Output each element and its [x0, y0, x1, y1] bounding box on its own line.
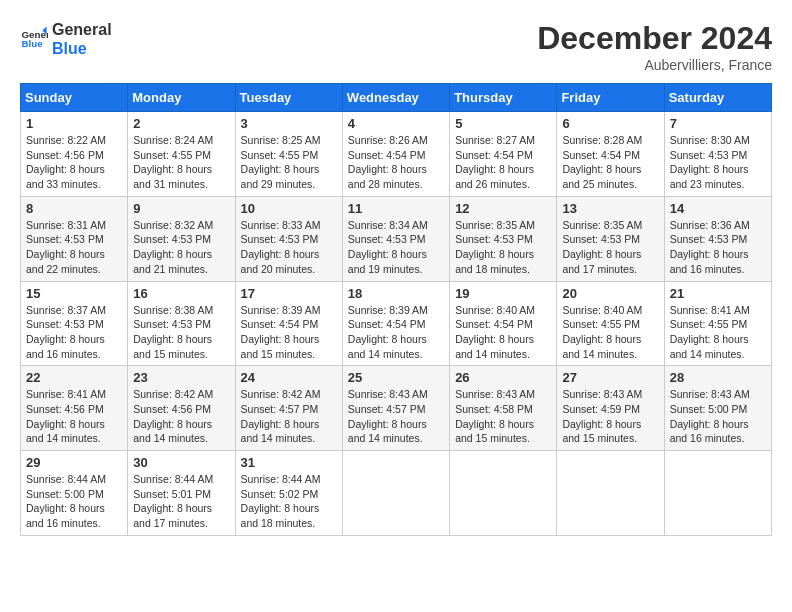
calendar-cell [342, 451, 449, 536]
day-info: Sunrise: 8:44 AMSunset: 5:02 PMDaylight:… [241, 472, 337, 531]
day-number: 16 [133, 286, 229, 301]
day-number: 22 [26, 370, 122, 385]
day-number: 30 [133, 455, 229, 470]
calendar-cell: 16Sunrise: 8:38 AMSunset: 4:53 PMDayligh… [128, 281, 235, 366]
logo-text-general: General [52, 20, 112, 39]
calendar-cell: 23Sunrise: 8:42 AMSunset: 4:56 PMDayligh… [128, 366, 235, 451]
day-number: 19 [455, 286, 551, 301]
calendar-week-row: 29Sunrise: 8:44 AMSunset: 5:00 PMDayligh… [21, 451, 772, 536]
calendar-week-row: 15Sunrise: 8:37 AMSunset: 4:53 PMDayligh… [21, 281, 772, 366]
day-number: 9 [133, 201, 229, 216]
day-info: Sunrise: 8:24 AMSunset: 4:55 PMDaylight:… [133, 133, 229, 192]
calendar-cell: 21Sunrise: 8:41 AMSunset: 4:55 PMDayligh… [664, 281, 771, 366]
calendar-cell: 17Sunrise: 8:39 AMSunset: 4:54 PMDayligh… [235, 281, 342, 366]
day-number: 11 [348, 201, 444, 216]
calendar-cell: 2Sunrise: 8:24 AMSunset: 4:55 PMDaylight… [128, 112, 235, 197]
calendar-cell: 11Sunrise: 8:34 AMSunset: 4:53 PMDayligh… [342, 196, 449, 281]
day-number: 29 [26, 455, 122, 470]
day-number: 17 [241, 286, 337, 301]
calendar-cell [557, 451, 664, 536]
day-number: 4 [348, 116, 444, 131]
day-info: Sunrise: 8:43 AMSunset: 5:00 PMDaylight:… [670, 387, 766, 446]
calendar-cell: 9Sunrise: 8:32 AMSunset: 4:53 PMDaylight… [128, 196, 235, 281]
calendar-cell: 8Sunrise: 8:31 AMSunset: 4:53 PMDaylight… [21, 196, 128, 281]
calendar-cell: 27Sunrise: 8:43 AMSunset: 4:59 PMDayligh… [557, 366, 664, 451]
day-info: Sunrise: 8:34 AMSunset: 4:53 PMDaylight:… [348, 218, 444, 277]
calendar-cell: 31Sunrise: 8:44 AMSunset: 5:02 PMDayligh… [235, 451, 342, 536]
calendar-cell: 15Sunrise: 8:37 AMSunset: 4:53 PMDayligh… [21, 281, 128, 366]
day-info: Sunrise: 8:40 AMSunset: 4:54 PMDaylight:… [455, 303, 551, 362]
calendar-cell [664, 451, 771, 536]
calendar-cell: 19Sunrise: 8:40 AMSunset: 4:54 PMDayligh… [450, 281, 557, 366]
day-info: Sunrise: 8:33 AMSunset: 4:53 PMDaylight:… [241, 218, 337, 277]
day-number: 31 [241, 455, 337, 470]
calendar-cell [450, 451, 557, 536]
day-number: 2 [133, 116, 229, 131]
day-info: Sunrise: 8:26 AMSunset: 4:54 PMDaylight:… [348, 133, 444, 192]
calendar-cell: 14Sunrise: 8:36 AMSunset: 4:53 PMDayligh… [664, 196, 771, 281]
day-info: Sunrise: 8:43 AMSunset: 4:59 PMDaylight:… [562, 387, 658, 446]
calendar-cell: 4Sunrise: 8:26 AMSunset: 4:54 PMDaylight… [342, 112, 449, 197]
day-number: 6 [562, 116, 658, 131]
logo-text-blue: Blue [52, 39, 112, 58]
day-info: Sunrise: 8:36 AMSunset: 4:53 PMDaylight:… [670, 218, 766, 277]
day-number: 28 [670, 370, 766, 385]
calendar-table: Sunday Monday Tuesday Wednesday Thursday… [20, 83, 772, 536]
day-info: Sunrise: 8:43 AMSunset: 4:57 PMDaylight:… [348, 387, 444, 446]
day-info: Sunrise: 8:44 AMSunset: 5:01 PMDaylight:… [133, 472, 229, 531]
month-year-title: December 2024 [537, 20, 772, 57]
calendar-cell: 1Sunrise: 8:22 AMSunset: 4:56 PMDaylight… [21, 112, 128, 197]
day-info: Sunrise: 8:25 AMSunset: 4:55 PMDaylight:… [241, 133, 337, 192]
calendar-cell: 25Sunrise: 8:43 AMSunset: 4:57 PMDayligh… [342, 366, 449, 451]
header-tuesday: Tuesday [235, 84, 342, 112]
calendar-week-row: 22Sunrise: 8:41 AMSunset: 4:56 PMDayligh… [21, 366, 772, 451]
day-info: Sunrise: 8:39 AMSunset: 4:54 PMDaylight:… [241, 303, 337, 362]
calendar-cell: 3Sunrise: 8:25 AMSunset: 4:55 PMDaylight… [235, 112, 342, 197]
day-info: Sunrise: 8:31 AMSunset: 4:53 PMDaylight:… [26, 218, 122, 277]
day-number: 14 [670, 201, 766, 216]
calendar-cell: 7Sunrise: 8:30 AMSunset: 4:53 PMDaylight… [664, 112, 771, 197]
day-info: Sunrise: 8:35 AMSunset: 4:53 PMDaylight:… [562, 218, 658, 277]
day-number: 5 [455, 116, 551, 131]
calendar-cell: 24Sunrise: 8:42 AMSunset: 4:57 PMDayligh… [235, 366, 342, 451]
day-number: 25 [348, 370, 444, 385]
day-number: 7 [670, 116, 766, 131]
day-info: Sunrise: 8:39 AMSunset: 4:54 PMDaylight:… [348, 303, 444, 362]
page-header: General Blue General Blue December 2024 … [20, 20, 772, 73]
day-info: Sunrise: 8:28 AMSunset: 4:54 PMDaylight:… [562, 133, 658, 192]
calendar-week-row: 8Sunrise: 8:31 AMSunset: 4:53 PMDaylight… [21, 196, 772, 281]
day-info: Sunrise: 8:42 AMSunset: 4:56 PMDaylight:… [133, 387, 229, 446]
day-info: Sunrise: 8:42 AMSunset: 4:57 PMDaylight:… [241, 387, 337, 446]
day-info: Sunrise: 8:22 AMSunset: 4:56 PMDaylight:… [26, 133, 122, 192]
calendar-header-row: Sunday Monday Tuesday Wednesday Thursday… [21, 84, 772, 112]
day-number: 26 [455, 370, 551, 385]
logo: General Blue General Blue [20, 20, 112, 58]
day-info: Sunrise: 8:41 AMSunset: 4:55 PMDaylight:… [670, 303, 766, 362]
header-saturday: Saturday [664, 84, 771, 112]
day-info: Sunrise: 8:40 AMSunset: 4:55 PMDaylight:… [562, 303, 658, 362]
svg-text:Blue: Blue [21, 39, 43, 50]
day-number: 3 [241, 116, 337, 131]
calendar-cell: 10Sunrise: 8:33 AMSunset: 4:53 PMDayligh… [235, 196, 342, 281]
day-number: 27 [562, 370, 658, 385]
day-info: Sunrise: 8:41 AMSunset: 4:56 PMDaylight:… [26, 387, 122, 446]
day-number: 21 [670, 286, 766, 301]
day-number: 20 [562, 286, 658, 301]
day-info: Sunrise: 8:38 AMSunset: 4:53 PMDaylight:… [133, 303, 229, 362]
day-info: Sunrise: 8:35 AMSunset: 4:53 PMDaylight:… [455, 218, 551, 277]
calendar-cell: 30Sunrise: 8:44 AMSunset: 5:01 PMDayligh… [128, 451, 235, 536]
day-number: 23 [133, 370, 229, 385]
title-section: December 2024 Aubervilliers, France [537, 20, 772, 73]
calendar-cell: 22Sunrise: 8:41 AMSunset: 4:56 PMDayligh… [21, 366, 128, 451]
calendar-cell: 28Sunrise: 8:43 AMSunset: 5:00 PMDayligh… [664, 366, 771, 451]
header-thursday: Thursday [450, 84, 557, 112]
day-info: Sunrise: 8:30 AMSunset: 4:53 PMDaylight:… [670, 133, 766, 192]
calendar-cell: 13Sunrise: 8:35 AMSunset: 4:53 PMDayligh… [557, 196, 664, 281]
header-monday: Monday [128, 84, 235, 112]
day-number: 13 [562, 201, 658, 216]
calendar-cell: 26Sunrise: 8:43 AMSunset: 4:58 PMDayligh… [450, 366, 557, 451]
header-friday: Friday [557, 84, 664, 112]
day-number: 10 [241, 201, 337, 216]
day-number: 8 [26, 201, 122, 216]
day-number: 15 [26, 286, 122, 301]
